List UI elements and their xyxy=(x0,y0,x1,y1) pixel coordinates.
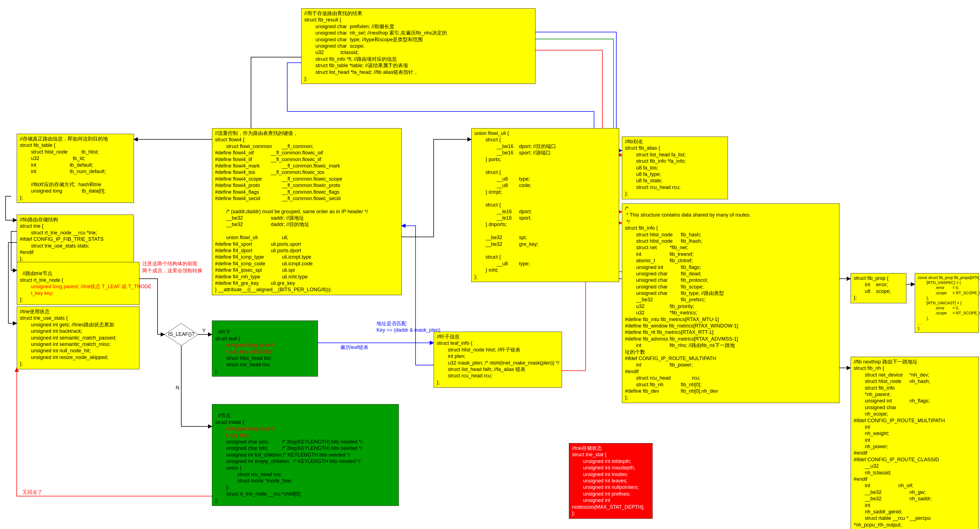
box-fib-nh: //fib nexthop 路由下一跳地址 struct fib_nh { st… xyxy=(851,357,979,529)
label-n: N xyxy=(176,384,179,391)
box-trie-use-stats: //trie使用状态 struct trie_use_stats { unsig… xyxy=(17,307,140,369)
box-trie: //fib路由存储结构 struct trie { struct rt_trie… xyxy=(17,214,134,264)
rt-trie-node-footer: }; xyxy=(20,297,23,302)
decision-is-leaf: IS_LEAF()? xyxy=(165,323,198,346)
note-rt-trie-2: 两个成员，这里会强制转换 xyxy=(142,268,202,274)
label-y: Y xyxy=(202,327,205,334)
label-match: 地址是否匹配 Key == (daddr & mask_plen) xyxy=(377,321,441,334)
box-fib-alias: //fib别名 struct fib_alias { struct list_h… xyxy=(622,137,728,199)
label-traverse: 遍历leaf链表 xyxy=(340,344,368,351)
box-fib-info: /* * This structure contains data shared… xyxy=(622,203,840,403)
rt-trie-node-header: //路由trie节点 struct rt_trie_node { xyxy=(20,271,63,283)
note-rt-trie-1: 注意这两个结构体的前面 xyxy=(142,261,197,267)
box-fib-result: //用于存放路由查找的结果 struct fib_result { unsign… xyxy=(301,8,535,84)
box-flowi4: //流量控制，作为路由表查找的键值， struct flowi4 { struc… xyxy=(212,128,402,295)
leaf-red: unsigned long parent; t_key key; //表示地址 xyxy=(215,342,274,354)
box-tnode: //节点 struct tnode { unsigned long parent… xyxy=(212,404,399,506)
leaf-header: //叶子 struct leaf { xyxy=(215,329,240,341)
tnode-red: unsigned long parent; t_key key; xyxy=(215,426,274,438)
box-fib-prop: struct fib_prop { int error; u8 scope; }… xyxy=(851,273,906,303)
tnode-header: //节点 struct tnode { xyxy=(215,413,244,425)
rt-trie-node-red: unsigned long parent; //trie状态 T_LEAF 或 … xyxy=(20,284,151,296)
box-fib-props: const struct fib_prop fib_props[RTN_MAX … xyxy=(915,273,979,333)
box-leaf: //叶子 struct leaf { unsigned long parent;… xyxy=(212,321,318,376)
box-flowi-uli: union flowi_uli { struct { __be16 dport;… xyxy=(471,128,619,282)
box-rt-trie-node: //路由trie节点 struct rt_trie_node { unsigne… xyxy=(17,262,140,305)
decision-label: IS_LEAF()? xyxy=(168,331,194,338)
leaf-body: struct hlist_head list; struct rcu_head … xyxy=(215,355,272,374)
tnode-body: unsigned char pos; /* 2log(KEYLENGTH) bi… xyxy=(215,439,362,504)
box-fib-table: //存储真正路由信息，即如何达到目的地 struct fib_table { s… xyxy=(17,134,134,203)
box-trie-stat: //trie存储状态 struct trie_stat { unsigned i… xyxy=(569,443,652,519)
label-return: 又回去了 xyxy=(22,489,42,496)
box-leaf-info: //叶子信息 struct leaf_info { struct hlist_n… xyxy=(434,332,562,388)
